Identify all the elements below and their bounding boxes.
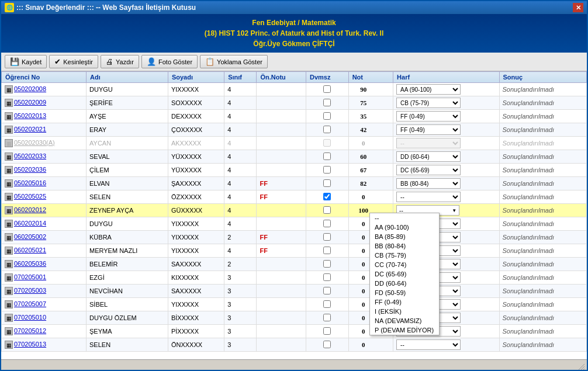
dvmsz-cell [306, 298, 348, 311]
student-id[interactable]: 050205016 [14, 179, 46, 186]
table-row: ▦070205001EZGİKIXXXXX3--AA (90-100)BA (8… [2, 271, 587, 285]
dvmsz-cell [306, 285, 348, 298]
student-id[interactable]: 070205013 [14, 341, 46, 348]
dropdown-item[interactable]: FD (50-59) [370, 288, 439, 297]
grade-input[interactable] [352, 113, 375, 120]
dropdown-item[interactable]: I (EKSİK) [370, 307, 439, 316]
dvmsz-checkbox[interactable] [323, 327, 331, 335]
grade-input[interactable] [352, 126, 375, 133]
grade-input[interactable] [352, 86, 375, 93]
grade-input[interactable] [352, 180, 375, 187]
student-id[interactable]: 070205001 [14, 273, 46, 280]
dvmsz-checkbox[interactable] [323, 193, 331, 200]
student-class: 2 [224, 231, 257, 244]
student-id[interactable]: 070205012 [14, 327, 46, 334]
dvmsz-checkbox[interactable] [323, 314, 331, 321]
not-cell [348, 150, 393, 164]
student-name: ERAY [87, 123, 168, 137]
dvmsz-checkbox[interactable] [323, 99, 331, 106]
grade-input[interactable] [352, 140, 375, 147]
confirm-button[interactable]: ✔ Kesinleştir [49, 55, 98, 68]
dvmsz-checkbox[interactable] [323, 220, 331, 227]
dvmsz-checkbox[interactable] [323, 166, 331, 174]
student-id[interactable]: 060205002 [14, 233, 46, 240]
dvmsz-checkbox[interactable] [323, 341, 331, 348]
dvmsz-checkbox[interactable] [323, 126, 331, 133]
student-id[interactable]: 050202021 [14, 126, 46, 133]
harf-dropdown[interactable]: --AA (90-100)BA (85-89)BB (80-84)CB (75-… [369, 213, 440, 335]
dropdown-item[interactable]: CB (75-79) [370, 251, 439, 260]
dropdown-item[interactable]: FF (0-49) [370, 297, 439, 307]
row-icon: ▦ [5, 273, 13, 282]
resize-grip[interactable] [575, 360, 584, 370]
harf-select[interactable]: --AA (90-100)BA (85-89)BB (80-84)CB (75-… [396, 339, 461, 350]
dropdown-item[interactable]: AA (90-100) [370, 223, 439, 232]
on-notu [257, 325, 306, 338]
photo-button[interactable]: 👤 Foto Göster [141, 55, 198, 68]
status-bar [1, 359, 587, 370]
harf-select[interactable]: --AA (90-100)BA (85-89)BB (80-84)CB (75-… [396, 124, 461, 135]
grade-input[interactable] [352, 341, 375, 348]
save-button[interactable]: 💾 Kaydet [5, 55, 47, 68]
dropdown-item[interactable]: -- [370, 213, 439, 223]
dvmsz-checkbox[interactable] [323, 112, 331, 120]
harf-select[interactable]: --AA (90-100)BA (85-89)BB (80-84)CB (75-… [396, 178, 461, 189]
row-icon: ▦ [5, 327, 13, 335]
student-id[interactable]: 050202008 [14, 85, 46, 92]
dropdown-item[interactable]: CC (70-74) [370, 260, 439, 269]
dvmsz-checkbox[interactable] [323, 273, 331, 281]
student-id[interactable]: 050202013 [14, 112, 46, 119]
dvmsz-checkbox[interactable] [323, 247, 331, 254]
table-container[interactable]: Öğrenci No Adı Soyadı Sınıf Ön.Notu Dvms… [1, 71, 587, 359]
dvmsz-checkbox[interactable] [323, 260, 331, 268]
dropdown-item[interactable]: DC (65-69) [370, 269, 439, 279]
dvmsz-checkbox[interactable] [323, 85, 331, 93]
dropdown-item[interactable]: P (DEVAM EDİYOR) [370, 325, 439, 335]
dvmsz-checkbox[interactable] [323, 287, 331, 294]
sonuc-cell: Sonuçlandırılmadı [499, 83, 587, 96]
print-button[interactable]: 🖨 Yazdır [101, 55, 139, 68]
grade-input[interactable] [352, 153, 375, 160]
harf-select[interactable]: --AA (90-100)BA (85-89)BB (80-84)CB (75-… [396, 192, 461, 202]
dvmsz-checkbox[interactable] [323, 179, 331, 187]
harf-select[interactable]: --AA (90-100)BA (85-89)BB (80-84)CB (75-… [396, 151, 461, 162]
harf-select[interactable]: --AA (90-100)BA (85-89)BB (80-84)CB (75-… [396, 138, 461, 148]
on-notu [257, 150, 306, 164]
student-class: 4 [224, 110, 257, 123]
student-id[interactable]: 050202036 [14, 166, 46, 173]
student-id[interactable]: 070205010 [14, 314, 46, 321]
dropdown-item[interactable]: BA (85-89) [370, 232, 439, 241]
harf-select[interactable]: --AA (90-100)BA (85-89)BB (80-84)CB (75-… [396, 111, 461, 122]
dvmsz-checkbox[interactable] [323, 300, 331, 308]
student-id[interactable]: 050202030(A) [14, 139, 55, 146]
student-id[interactable]: 060205036 [14, 260, 46, 267]
student-class: 4 [224, 204, 257, 217]
dvmsz-checkbox[interactable] [323, 233, 331, 241]
sonuc-cell: Sonuçlandırılmadı [499, 177, 587, 190]
grade-input[interactable] [352, 193, 375, 200]
row-icon: ▦ [5, 85, 13, 93]
grade-input[interactable] [352, 99, 375, 106]
student-id[interactable]: 070205007 [14, 300, 46, 307]
dvmsz-checkbox[interactable] [323, 139, 331, 147]
harf-select[interactable]: --AA (90-100)BA (85-89)BB (80-84)CB (75-… [396, 165, 461, 175]
student-id[interactable]: 050205025 [14, 193, 46, 200]
harf-select[interactable]: --AA (90-100)BA (85-89)BB (80-84)CB (75-… [396, 84, 461, 95]
col-soyadi: Soyadı [168, 72, 224, 83]
student-id[interactable]: 060202014 [14, 220, 46, 227]
student-id[interactable]: 070205003 [14, 287, 46, 294]
dvmsz-checkbox[interactable] [323, 152, 331, 160]
attendance-button[interactable]: 📋 Yoklama Göster [200, 55, 268, 68]
on-notu [257, 164, 306, 177]
grade-input[interactable] [352, 167, 375, 174]
student-id[interactable]: 060205021 [14, 247, 46, 254]
student-id[interactable]: 050202009 [14, 99, 46, 106]
student-id[interactable]: 050202033 [14, 152, 46, 160]
harf-select[interactable]: --AA (90-100)BA (85-89)BB (80-84)CB (75-… [396, 98, 461, 108]
close-button[interactable]: ✕ [573, 3, 583, 12]
dropdown-item[interactable]: NA (DEVAMSIZ) [370, 316, 439, 325]
dvmsz-checkbox[interactable] [323, 206, 331, 214]
dropdown-item[interactable]: DD (60-64) [370, 279, 439, 288]
student-id[interactable]: 060202012 [14, 206, 46, 213]
dropdown-item[interactable]: BB (80-84) [370, 241, 439, 251]
